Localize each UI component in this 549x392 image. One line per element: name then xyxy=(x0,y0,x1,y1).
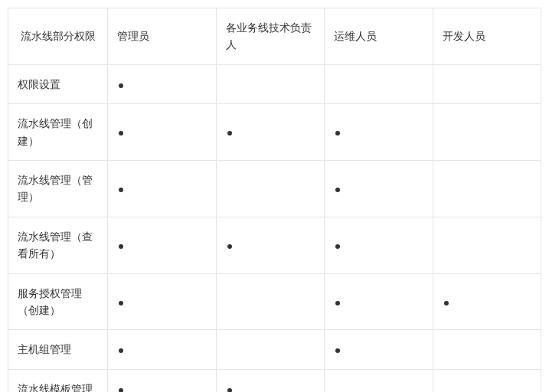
header-ops: 运维人员 xyxy=(325,8,433,65)
permission-cell xyxy=(216,160,325,217)
dot-icon xyxy=(119,131,123,136)
dot-icon xyxy=(119,301,123,305)
permission-cell xyxy=(433,273,541,330)
permission-cell xyxy=(433,330,541,369)
permission-cell xyxy=(216,217,325,273)
permission-cell xyxy=(325,160,433,217)
permission-cell xyxy=(325,273,433,330)
table-row: 流水线管理（创建） xyxy=(8,104,541,161)
permission-cell xyxy=(216,273,325,330)
row-label: 流水线管理（管理） xyxy=(8,160,108,217)
permission-cell xyxy=(433,64,541,103)
permission-cell xyxy=(216,330,325,369)
table-body: 权限设置流水线管理（创建）流水线管理（管理）流水线管理（查看所有）服务授权管理（… xyxy=(8,64,541,392)
permission-cell xyxy=(325,217,433,273)
permission-cell xyxy=(433,104,541,161)
dot-icon xyxy=(335,131,340,136)
dot-icon xyxy=(227,388,232,392)
permission-cell xyxy=(108,369,217,392)
dot-icon xyxy=(335,301,340,305)
dot-icon xyxy=(119,348,123,353)
permission-cell xyxy=(325,369,433,392)
row-label: 主机组管理 xyxy=(8,330,108,369)
table-row: 主机组管理 xyxy=(8,330,541,369)
dot-icon xyxy=(119,188,123,192)
table-row: 服务授权管理（创建） xyxy=(8,273,541,330)
permission-cell xyxy=(108,273,217,330)
permissions-table: 流水线部分权限 管理员 各业务线技术负责人 运维人员 开发人员 权限设置流水线管… xyxy=(8,8,541,392)
row-label: 流水线管理（查看所有） xyxy=(8,217,108,273)
dot-icon xyxy=(335,188,340,192)
permission-cell xyxy=(108,160,217,217)
permission-cell xyxy=(325,104,433,161)
permission-cell xyxy=(108,64,217,103)
dot-icon xyxy=(335,348,340,353)
header-dev: 开发人员 xyxy=(433,8,541,65)
header-row: 流水线部分权限 管理员 各业务线技术负责人 运维人员 开发人员 xyxy=(8,8,541,65)
permission-cell xyxy=(108,104,217,161)
dot-icon xyxy=(335,244,340,249)
row-label: 流水线模板管理 xyxy=(8,369,108,392)
permission-cell xyxy=(433,217,541,273)
permission-cell xyxy=(216,369,325,392)
table-row: 流水线管理（管理） xyxy=(8,160,541,217)
permission-cell xyxy=(216,104,325,161)
row-label: 服务授权管理（创建） xyxy=(8,273,108,330)
permission-cell xyxy=(108,330,217,369)
dot-icon xyxy=(227,244,232,249)
dot-icon xyxy=(444,301,449,305)
dot-icon xyxy=(119,244,123,249)
permission-cell xyxy=(433,160,541,217)
table-row: 流水线管理（查看所有） xyxy=(8,217,541,273)
header-permission: 流水线部分权限 xyxy=(8,8,108,65)
permission-cell xyxy=(108,217,217,273)
header-biz-lead: 各业务线技术负责人 xyxy=(216,8,325,65)
dot-icon xyxy=(227,131,232,136)
permission-cell xyxy=(216,64,325,103)
table-row: 权限设置 xyxy=(8,64,541,103)
dot-icon xyxy=(119,388,123,392)
header-admin: 管理员 xyxy=(108,8,217,65)
permission-cell xyxy=(325,64,433,103)
permission-cell xyxy=(433,369,541,392)
permission-cell xyxy=(325,330,433,369)
table-row: 流水线模板管理 xyxy=(8,369,541,392)
row-label: 流水线管理（创建） xyxy=(8,104,108,161)
row-label: 权限设置 xyxy=(8,64,108,103)
dot-icon xyxy=(119,83,123,88)
